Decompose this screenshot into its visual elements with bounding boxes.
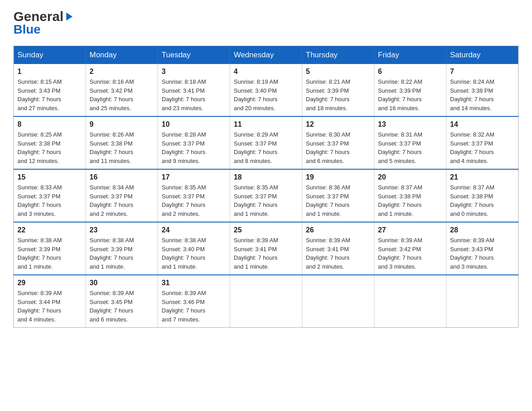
weekday-header-sunday: Sunday: [14, 46, 86, 64]
day-info: Sunrise: 8:38 AM Sunset: 3:40 PM Dayligh…: [162, 236, 226, 271]
calendar-cell: [374, 275, 446, 328]
day-number: 12: [306, 120, 370, 128]
calendar-cell: 13 Sunrise: 8:31 AM Sunset: 3:37 PM Dayl…: [374, 116, 446, 169]
weekday-header-saturday: Saturday: [446, 46, 519, 64]
day-number: 29: [17, 279, 82, 287]
day-info: Sunrise: 8:22 AM Sunset: 3:39 PM Dayligh…: [378, 77, 442, 112]
day-number: 17: [162, 173, 226, 181]
day-number: 21: [450, 173, 515, 181]
day-number: 7: [450, 68, 515, 76]
day-info: Sunrise: 8:24 AM Sunset: 3:38 PM Dayligh…: [450, 77, 515, 112]
calendar-cell: 9 Sunrise: 8:26 AM Sunset: 3:38 PM Dayli…: [86, 116, 158, 169]
day-number: 6: [378, 68, 442, 76]
calendar-week-row: 15 Sunrise: 8:33 AM Sunset: 3:37 PM Dayl…: [14, 169, 519, 222]
day-number: 19: [306, 173, 370, 181]
day-number: 1: [17, 68, 82, 76]
day-number: 20: [378, 173, 442, 181]
day-info: Sunrise: 8:34 AM Sunset: 3:37 PM Dayligh…: [90, 183, 154, 218]
calendar-cell: 30 Sunrise: 8:39 AM Sunset: 3:45 PM Dayl…: [86, 275, 158, 328]
calendar-cell: 21 Sunrise: 8:37 AM Sunset: 3:38 PM Dayl…: [446, 169, 519, 222]
day-info: Sunrise: 8:39 AM Sunset: 3:44 PM Dayligh…: [17, 289, 82, 324]
day-info: Sunrise: 8:30 AM Sunset: 3:37 PM Dayligh…: [306, 130, 370, 165]
day-number: 23: [90, 226, 154, 234]
day-info: Sunrise: 8:25 AM Sunset: 3:38 PM Dayligh…: [17, 130, 82, 165]
calendar-cell: 26 Sunrise: 8:39 AM Sunset: 3:41 PM Dayl…: [302, 222, 374, 275]
weekday-header-wednesday: Wednesday: [230, 46, 302, 64]
weekday-header-monday: Monday: [86, 46, 158, 64]
day-info: Sunrise: 8:35 AM Sunset: 3:37 PM Dayligh…: [234, 183, 298, 218]
weekday-header-tuesday: Tuesday: [158, 46, 230, 64]
calendar-cell: 6 Sunrise: 8:22 AM Sunset: 3:39 PM Dayli…: [374, 64, 446, 116]
day-number: 8: [17, 120, 82, 128]
calendar-table: SundayMondayTuesdayWednesdayThursdayFrid…: [13, 46, 519, 328]
day-info: Sunrise: 8:39 AM Sunset: 3:46 PM Dayligh…: [162, 289, 226, 324]
day-number: 16: [90, 173, 154, 181]
calendar-cell: 10 Sunrise: 8:28 AM Sunset: 3:37 PM Dayl…: [158, 116, 230, 169]
logo: General Blue: [13, 9, 74, 37]
logo-blue-text: Blue: [13, 22, 41, 37]
day-info: Sunrise: 8:16 AM Sunset: 3:42 PM Dayligh…: [90, 77, 154, 112]
calendar-cell: 3 Sunrise: 8:18 AM Sunset: 3:41 PM Dayli…: [158, 64, 230, 116]
calendar-cell: 4 Sunrise: 8:19 AM Sunset: 3:40 PM Dayli…: [230, 64, 302, 116]
calendar-cell: 29 Sunrise: 8:39 AM Sunset: 3:44 PM Dayl…: [14, 275, 86, 328]
calendar-cell: 18 Sunrise: 8:35 AM Sunset: 3:37 PM Dayl…: [230, 169, 302, 222]
day-info: Sunrise: 8:21 AM Sunset: 3:39 PM Dayligh…: [306, 77, 370, 112]
calendar-body: 1 Sunrise: 8:15 AM Sunset: 3:43 PM Dayli…: [14, 64, 519, 328]
calendar-cell: 14 Sunrise: 8:32 AM Sunset: 3:37 PM Dayl…: [446, 116, 519, 169]
day-info: Sunrise: 8:38 AM Sunset: 3:39 PM Dayligh…: [90, 236, 154, 271]
day-info: Sunrise: 8:39 AM Sunset: 3:43 PM Dayligh…: [450, 236, 515, 271]
day-info: Sunrise: 8:15 AM Sunset: 3:43 PM Dayligh…: [17, 77, 82, 112]
calendar-week-row: 1 Sunrise: 8:15 AM Sunset: 3:43 PM Dayli…: [14, 64, 519, 116]
calendar-cell: 15 Sunrise: 8:33 AM Sunset: 3:37 PM Dayl…: [14, 169, 86, 222]
day-info: Sunrise: 8:39 AM Sunset: 3:45 PM Dayligh…: [90, 289, 154, 324]
day-info: Sunrise: 8:26 AM Sunset: 3:38 PM Dayligh…: [90, 130, 154, 165]
day-number: 26: [306, 226, 370, 234]
day-number: 2: [90, 68, 154, 76]
calendar-week-row: 29 Sunrise: 8:39 AM Sunset: 3:44 PM Dayl…: [14, 275, 519, 328]
day-number: 15: [17, 173, 82, 181]
day-info: Sunrise: 8:18 AM Sunset: 3:41 PM Dayligh…: [162, 77, 226, 112]
logo-line1: General: [13, 9, 74, 24]
calendar-week-row: 8 Sunrise: 8:25 AM Sunset: 3:38 PM Dayli…: [14, 116, 519, 169]
day-info: Sunrise: 8:39 AM Sunset: 3:41 PM Dayligh…: [234, 236, 298, 271]
weekday-header-friday: Friday: [374, 46, 446, 64]
day-number: 22: [17, 226, 82, 234]
page-header: General Blue: [13, 9, 519, 37]
calendar-cell: 5 Sunrise: 8:21 AM Sunset: 3:39 PM Dayli…: [302, 64, 374, 116]
calendar-cell: 19 Sunrise: 8:36 AM Sunset: 3:37 PM Dayl…: [302, 169, 374, 222]
day-info: Sunrise: 8:39 AM Sunset: 3:42 PM Dayligh…: [378, 236, 442, 271]
day-info: Sunrise: 8:33 AM Sunset: 3:37 PM Dayligh…: [17, 183, 82, 218]
day-number: 18: [234, 173, 298, 181]
day-info: Sunrise: 8:31 AM Sunset: 3:37 PM Dayligh…: [378, 130, 442, 165]
calendar-week-row: 22 Sunrise: 8:38 AM Sunset: 3:39 PM Dayl…: [14, 222, 519, 275]
calendar-cell: [302, 275, 374, 328]
day-number: 3: [162, 68, 226, 76]
calendar-cell: 11 Sunrise: 8:29 AM Sunset: 3:37 PM Dayl…: [230, 116, 302, 169]
day-info: Sunrise: 8:35 AM Sunset: 3:37 PM Dayligh…: [162, 183, 226, 218]
day-number: 24: [162, 226, 226, 234]
calendar-cell: 22 Sunrise: 8:38 AM Sunset: 3:39 PM Dayl…: [14, 222, 86, 275]
calendar-cell: 2 Sunrise: 8:16 AM Sunset: 3:42 PM Dayli…: [86, 64, 158, 116]
calendar-cell: 28 Sunrise: 8:39 AM Sunset: 3:43 PM Dayl…: [446, 222, 519, 275]
day-info: Sunrise: 8:32 AM Sunset: 3:37 PM Dayligh…: [450, 130, 515, 165]
calendar-cell: 27 Sunrise: 8:39 AM Sunset: 3:42 PM Dayl…: [374, 222, 446, 275]
day-number: 4: [234, 68, 298, 76]
calendar-cell: [230, 275, 302, 328]
calendar-cell: 16 Sunrise: 8:34 AM Sunset: 3:37 PM Dayl…: [86, 169, 158, 222]
day-number: 11: [234, 120, 298, 128]
calendar-cell: 25 Sunrise: 8:39 AM Sunset: 3:41 PM Dayl…: [230, 222, 302, 275]
day-number: 13: [378, 120, 442, 128]
svg-marker-0: [66, 13, 73, 21]
logo-general-text: General: [13, 9, 64, 24]
day-number: 14: [450, 120, 515, 128]
day-number: 28: [450, 226, 515, 234]
day-info: Sunrise: 8:39 AM Sunset: 3:41 PM Dayligh…: [306, 236, 370, 271]
weekday-header-thursday: Thursday: [302, 46, 374, 64]
day-info: Sunrise: 8:36 AM Sunset: 3:37 PM Dayligh…: [306, 183, 370, 218]
calendar-cell: 8 Sunrise: 8:25 AM Sunset: 3:38 PM Dayli…: [14, 116, 86, 169]
day-number: 27: [378, 226, 442, 234]
calendar-cell: 7 Sunrise: 8:24 AM Sunset: 3:38 PM Dayli…: [446, 64, 519, 116]
day-number: 10: [162, 120, 226, 128]
logo-arrow-icon: [64, 12, 74, 21]
calendar-cell: 24 Sunrise: 8:38 AM Sunset: 3:40 PM Dayl…: [158, 222, 230, 275]
